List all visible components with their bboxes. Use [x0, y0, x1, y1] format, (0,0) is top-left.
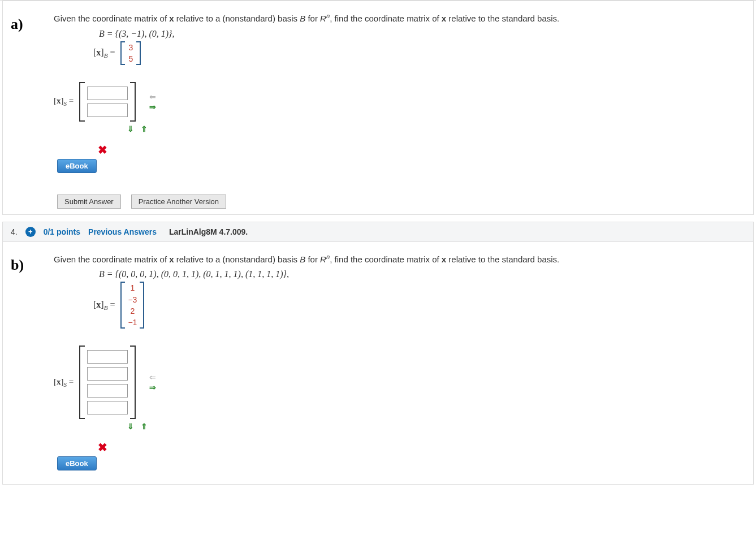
- xb-b-matrix: 1 −3 2 −1: [120, 282, 144, 329]
- x-bold: x: [57, 96, 61, 105]
- remove-row-icon[interactable]: ⇑: [139, 125, 150, 133]
- xs-a-label: [x]S =: [54, 96, 74, 107]
- equals: =: [107, 300, 115, 309]
- add-row-icon[interactable]: ⇓: [125, 422, 136, 430]
- prompt-b-text5: relative to the standard basis.: [446, 254, 559, 264]
- prompt-a-text4: , find the coordinate matrix of: [330, 14, 442, 23]
- xs-b-input-1[interactable]: [87, 350, 128, 364]
- question-a-block: a) Given the coordinate matrix of x rela…: [2, 1, 754, 215]
- xb-a-label: [x]B =: [93, 48, 115, 59]
- equals: =: [107, 48, 115, 57]
- prompt-a-B: B: [300, 14, 305, 23]
- expand-icon[interactable]: +: [25, 227, 36, 237]
- prompt-b-text3: for: [305, 254, 320, 264]
- basis-a-line: B = {(3, −1), (0, 1)},: [99, 29, 748, 39]
- equals: =: [67, 96, 74, 105]
- xs-a-input-1[interactable]: [87, 87, 128, 100]
- prompt-b-text2: relative to a (nonstandard) basis: [174, 254, 300, 264]
- prompt-a-x2: x: [442, 14, 446, 23]
- prompt-a-R: R: [320, 14, 326, 23]
- xs-b-label: [x]S =: [54, 377, 74, 388]
- remove-row-icon[interactable]: ⇑: [139, 422, 150, 430]
- xs-b-input-matrix: [79, 346, 136, 419]
- row-controls-a: ⇓ ⇑: [125, 125, 748, 133]
- prompt-b-R: R: [320, 254, 326, 264]
- matrix-cell: −1: [126, 317, 139, 327]
- prompt-a: Given the coordinate matrix of x relativ…: [54, 11, 748, 25]
- matrix-cell: 5: [126, 54, 135, 64]
- col-controls-b: ⇐ ⇒: [147, 373, 158, 391]
- equals: =: [67, 377, 74, 386]
- prompt-b-B: B: [300, 254, 305, 264]
- ebook-button-a[interactable]: eBook: [57, 159, 97, 173]
- prompt-b: Given the coordinate matrix of x relativ…: [54, 252, 748, 266]
- prompt-a-text2: relative to a (nonstandard) basis: [174, 14, 300, 23]
- xs-b-input-2[interactable]: [87, 367, 128, 381]
- xb-a-matrix: 3 5: [120, 41, 141, 65]
- prompt-a-x: x: [169, 14, 174, 23]
- incorrect-icon: ✖: [98, 441, 748, 454]
- matrix-cell: 2: [128, 306, 137, 316]
- xb-a-equation: [x]B = 3 5: [93, 41, 748, 65]
- remove-col-icon[interactable]: ⇐: [147, 93, 158, 101]
- question-b-block: b) Given the coordinate matrix of x rela…: [2, 242, 754, 485]
- question-reference: LarLinAlg8M 4.7.009.: [169, 227, 248, 236]
- prompt-b-x2: x: [442, 254, 446, 264]
- submit-answer-button[interactable]: Submit Answer: [57, 195, 121, 209]
- row-controls-b: ⇓ ⇑: [125, 422, 748, 430]
- remove-col-icon[interactable]: ⇐: [147, 373, 158, 381]
- xb-b-label: [x]B =: [93, 300, 115, 311]
- ebook-button-b[interactable]: eBook: [57, 456, 97, 470]
- add-col-icon[interactable]: ⇒: [147, 103, 158, 111]
- prompt-a-text5: relative to the standard basis.: [446, 14, 559, 23]
- add-col-icon[interactable]: ⇒: [147, 383, 158, 391]
- matrix-cell: 1: [128, 283, 137, 293]
- matrix-cell: −3: [126, 295, 139, 305]
- prompt-b-x: x: [169, 254, 174, 264]
- xs-a-input-2[interactable]: [87, 103, 128, 117]
- xs-a-input-matrix: [79, 82, 136, 122]
- x-bold: x: [57, 377, 61, 386]
- xs-b-input-4[interactable]: [87, 401, 128, 414]
- part-a-label: a): [11, 16, 23, 33]
- prompt-a-text3: for: [305, 14, 320, 23]
- prompt-a-text: Given the coordinate matrix of: [54, 14, 169, 23]
- xs-b-row: [x]S = ⇐ ⇒: [54, 346, 748, 419]
- xs-a-row: [x]S = ⇐ ⇒: [54, 82, 748, 122]
- add-row-icon[interactable]: ⇓: [125, 125, 136, 133]
- matrix-cell: 3: [126, 42, 135, 53]
- part-b-label: b): [11, 257, 24, 274]
- col-controls-a: ⇐ ⇒: [147, 93, 158, 111]
- points-label: 0/1 points: [44, 227, 80, 236]
- practice-another-button[interactable]: Practice Another Version: [131, 195, 226, 209]
- xs-b-input-3[interactable]: [87, 384, 128, 398]
- xb-b-equation: [x]B = 1 −3 2 −1: [93, 282, 748, 329]
- prompt-b-text4: , find the coordinate matrix of: [330, 254, 442, 264]
- incorrect-icon: ✖: [98, 143, 748, 157]
- question-number: 4.: [11, 227, 18, 236]
- basis-b-line: B = {(0, 0, 0, 1), (0, 0, 1, 1), (0, 1, …: [99, 269, 748, 279]
- previous-answers-link[interactable]: Previous Answers: [88, 227, 157, 236]
- question-4-header: 4. + 0/1 points Previous Answers LarLinA…: [2, 222, 754, 242]
- action-row-a: Submit Answer Practice Another Version: [57, 195, 748, 209]
- prompt-b-text: Given the coordinate matrix of: [54, 254, 169, 264]
